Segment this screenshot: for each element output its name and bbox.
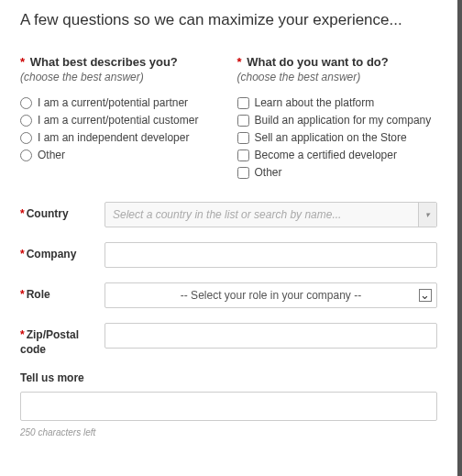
radio-input[interactable] [20, 115, 32, 127]
country-label: Country [27, 207, 69, 220]
option-label: I am an independent developer [38, 131, 189, 144]
option-label: I am a current/potential customer [38, 114, 198, 127]
checkbox-option[interactable]: Sell an application on the Store [237, 131, 438, 144]
checkbox-option[interactable]: Become a certified developer [237, 149, 438, 161]
radio-input[interactable] [20, 149, 32, 161]
checkbox-input[interactable] [237, 149, 249, 161]
required-asterisk: * [20, 288, 25, 301]
zip-label: Zip/Postal code [20, 328, 79, 356]
option-label: Sell an application on the Store [255, 131, 407, 144]
company-label: Company [27, 248, 77, 260]
zip-input[interactable] [104, 323, 437, 349]
radio-option[interactable]: I am a current/potential partner [20, 96, 221, 109]
checkbox-option[interactable]: Learn about the platform [237, 96, 438, 109]
radio-input[interactable] [20, 132, 32, 144]
q1-label: What best describes you? [30, 55, 178, 69]
option-label: Learn about the platform [255, 96, 375, 109]
radio-option[interactable]: I am an independent developer [20, 131, 221, 144]
question-describes-you: * What best describes you? (choose the b… [20, 55, 221, 183]
char-count: 250 characters left [20, 427, 437, 437]
option-label: Become a certified developer [255, 149, 397, 161]
radio-input[interactable] [20, 97, 32, 109]
country-select[interactable]: Select a country in the list or search b… [104, 202, 437, 227]
page-title: A few questions so we can maximize your … [20, 11, 437, 29]
option-label: I am a current/potential partner [38, 96, 188, 109]
q2-label: What do you want to do? [247, 55, 389, 69]
checkbox-input[interactable] [237, 132, 249, 144]
required-asterisk: * [20, 248, 25, 260]
required-asterisk: * [237, 55, 242, 69]
role-label: Role [27, 288, 50, 301]
company-input[interactable] [104, 242, 437, 268]
country-placeholder: Select a country in the list or search b… [113, 208, 341, 221]
required-asterisk: * [20, 55, 25, 69]
checkbox-option[interactable]: Build an application for my company [237, 114, 438, 127]
checkbox-input[interactable] [237, 167, 249, 179]
radio-option[interactable]: I am a current/potential customer [20, 114, 221, 127]
option-label: Other [255, 166, 282, 179]
option-label: Other [38, 149, 65, 161]
q1-hint: (choose the best answer) [20, 71, 221, 83]
checkbox-option[interactable]: Other [237, 166, 438, 179]
required-asterisk: * [20, 207, 25, 220]
checkbox-input[interactable] [237, 97, 249, 109]
tellmore-label: Tell us more [20, 371, 437, 384]
question-want-to-do: * What do you want to do? (choose the be… [237, 55, 438, 183]
radio-option[interactable]: Other [20, 149, 221, 161]
role-select[interactable] [104, 282, 437, 308]
dropdown-caret-icon: ▾ [418, 203, 436, 227]
tellmore-textarea[interactable] [20, 392, 437, 421]
option-label: Build an application for my company [255, 114, 432, 127]
checkbox-input[interactable] [237, 115, 249, 127]
required-asterisk: * [20, 328, 25, 341]
q2-hint: (choose the best answer) [237, 71, 438, 83]
